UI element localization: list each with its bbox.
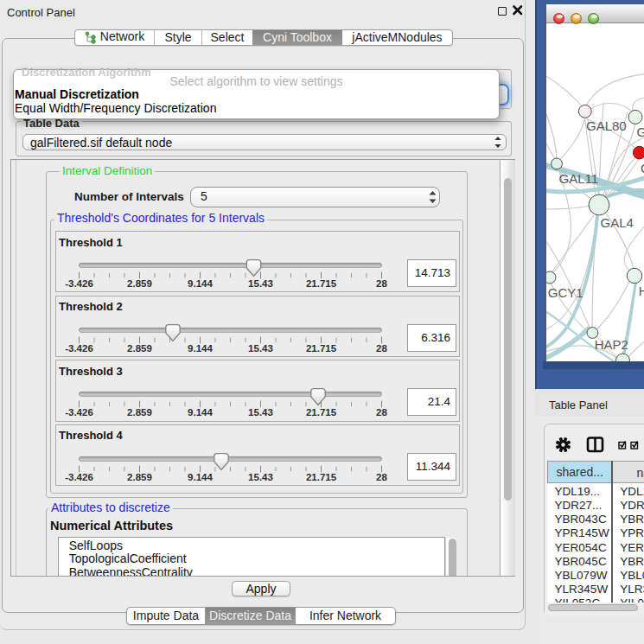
svg-text:21.715: 21.715 [305,278,336,289]
svg-text:9.144: 9.144 [188,343,213,354]
svg-text:2.859: 2.859 [127,471,152,481]
svg-text:2.859: 2.859 [127,278,152,289]
svg-text:28: 28 [376,343,387,354]
svg-text:-3.426: -3.426 [65,407,93,418]
svg-text:C: C [641,161,644,175]
svg-text:2.859: 2.859 [127,343,152,354]
svg-text:15.43: 15.43 [248,471,273,481]
svg-text:15.43: 15.43 [248,343,273,354]
svg-text:2.859: 2.859 [127,407,152,418]
svg-text:9.144: 9.144 [188,407,213,418]
svg-text:9.144: 9.144 [188,278,213,289]
svg-text:21.715: 21.715 [305,343,336,354]
svg-text:GAL80: GAL80 [586,118,627,133]
svg-text:G.: G. [637,124,644,139]
svg-text:21.715: 21.715 [305,407,336,418]
svg-text:28: 28 [376,278,387,289]
svg-text:-3.426: -3.426 [65,343,93,354]
svg-text:H: H [639,284,644,298]
svg-text:9.144: 9.144 [188,471,213,481]
svg-text:-3.426: -3.426 [65,471,93,481]
svg-text:15.43: 15.43 [248,278,273,289]
svg-text:28: 28 [376,407,387,418]
svg-text:-3.426: -3.426 [65,278,93,289]
svg-text:HAP2: HAP2 [595,337,628,352]
svg-text:GAL4: GAL4 [601,215,634,230]
svg-text:21.715: 21.715 [305,471,336,481]
svg-text:GCY1: GCY1 [548,285,583,300]
svg-text:GAL11: GAL11 [559,171,599,186]
svg-text:15.43: 15.43 [248,407,273,418]
svg-text:28: 28 [376,471,387,481]
